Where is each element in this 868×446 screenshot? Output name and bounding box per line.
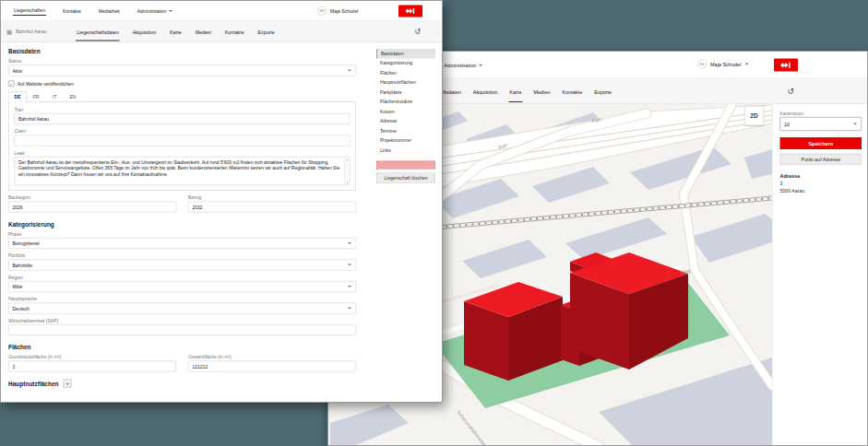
point-on-address-button[interactable]: Punkt auf Adresse: [780, 154, 862, 165]
delete-property-button[interactable]: Liegenschaft löschen: [376, 173, 435, 183]
lead-label: Lead: [15, 150, 351, 156]
chevron-down-icon: [348, 308, 351, 310]
anchor-item-links[interactable]: Links: [376, 146, 435, 156]
baubeginn-label: Baubeginn: [8, 195, 176, 201]
language-tabs: DE FR IT EN: [8, 91, 356, 102]
publish-checkbox[interactable]: ✓: [8, 81, 15, 88]
sbb-logo[interactable]: [774, 59, 798, 72]
tab-exporte[interactable]: Exporte: [593, 80, 612, 102]
chevron-down-icon: [853, 123, 857, 125]
phase-select[interactable]: Bezugsbereit: [8, 238, 356, 249]
gesamtflaeche-input[interactable]: [188, 361, 356, 372]
property-form: Basisdaten Status Aktiv ✓ Auf Website ve…: [8, 42, 356, 388]
phase-label: Phase: [8, 231, 356, 237]
anchor-item-basisdaten[interactable]: Basisdaten: [376, 49, 435, 59]
anchor-item-hauptnutzflaechen[interactable]: Hauptnutzflächen: [376, 78, 435, 88]
lang-tab-en[interactable]: EN: [64, 91, 82, 102]
lang-tab-fr[interactable]: FR: [27, 91, 45, 102]
nav-item-mediathek[interactable]: Mediathek: [98, 6, 121, 16]
delete-danger-area[interactable]: [376, 161, 435, 170]
anchor-item-kosten[interactable]: Kosten: [376, 107, 435, 117]
avatar: MS: [317, 6, 327, 16]
anchor-item-projektnummer[interactable]: Projektnummer: [376, 136, 435, 147]
history-icon[interactable]: ↺: [787, 87, 794, 97]
map-side-panel: Kartenzoom 10 Speichern Punkt auf Adress…: [772, 104, 868, 446]
bezug-input[interactable]: [188, 202, 356, 213]
address-line1: 3: [780, 181, 862, 186]
tab-kontakte[interactable]: Kontakte: [224, 22, 245, 41]
grundstuecksflaeche-input[interactable]: [8, 361, 176, 372]
tab-akquisition[interactable]: Akquisition: [472, 80, 499, 102]
desktop: Liegenschaften Kontakte Mediathek Admini…: [0, 0, 868, 446]
anchor-item-adresse[interactable]: Adresse: [376, 117, 435, 127]
scroll-down-icon: ▾: [347, 182, 349, 185]
section-title-kategorisierung: Kategorisierung: [8, 221, 356, 229]
anchor-item-termine[interactable]: Termine: [376, 126, 435, 136]
tab-karte[interactable]: Karte: [169, 22, 183, 41]
portfolio-select[interactable]: Bahnhöfe: [8, 260, 356, 271]
chevron-down-icon: [348, 264, 351, 266]
anchor-item-flaechen[interactable]: Flächen: [376, 68, 435, 78]
textarea-scrollbar[interactable]: ▴ ▾: [345, 158, 351, 185]
hauptsprache-select[interactable]: Deutsch: [8, 303, 356, 314]
lead-textarea[interactable]: Der Bahnhof Aarau ist der meistfrequenti…: [15, 157, 351, 185]
anchor-item-parkplaetze[interactable]: Parkplätze: [376, 88, 435, 98]
tab-karte[interactable]: Karte: [508, 80, 522, 102]
section-title-hauptnutzflaechen: Hauptnutzflächen: [8, 380, 59, 387]
status-select[interactable]: Aktiv: [8, 65, 356, 76]
sbb-arrows-icon: [403, 7, 418, 15]
lang-tab-de[interactable]: DE: [8, 91, 27, 102]
user-name: Maja Schudel: [330, 8, 358, 14]
section-title-basisdaten: Basisdaten: [8, 48, 356, 55]
scroll-up-icon: ▴: [347, 158, 349, 161]
tab-liegenschaftsdaten[interactable]: Liegenschaftsdaten: [76, 22, 120, 41]
user-menu[interactable]: MS Maja Schudel: [317, 6, 362, 16]
save-button[interactable]: Speichern: [780, 137, 862, 149]
tab-kontakte[interactable]: Kontakte: [562, 80, 584, 102]
add-hauptnutzflaeche-button[interactable]: +: [64, 380, 72, 388]
kartenzoom-select[interactable]: 10: [780, 117, 862, 131]
tab-medien[interactable]: Medien: [532, 80, 551, 102]
history-icon[interactable]: ↺: [414, 28, 421, 37]
nav-item-administration[interactable]: Administration: [137, 6, 173, 16]
address-title: Adresse: [780, 173, 862, 179]
nav-item-liegenschaften[interactable]: Liegenschaften: [13, 6, 46, 17]
section-title-flaechen: Flächen: [8, 344, 356, 351]
publish-checkbox-label: Auf Website veröffentlichen: [18, 81, 74, 87]
sbb-arrows-icon: [779, 61, 793, 68]
main-nav: Liegenschaften Kontakte Mediathek Admini…: [1, 1, 443, 21]
tab-medien[interactable]: Medien: [195, 22, 212, 41]
titel-label: Titel: [15, 107, 351, 112]
wirtschaftseinheit-label: Wirtschaftseinheit (SAP): [8, 318, 356, 323]
tab-exporte[interactable]: Exporte: [257, 22, 276, 41]
property-icon: ▦: [6, 29, 12, 36]
tab-akquisition[interactable]: Akquisition: [132, 22, 157, 41]
claim-input[interactable]: [15, 135, 351, 147]
kartenzoom-label: Kartenzoom: [780, 111, 862, 116]
claim-label: Claim: [15, 129, 351, 135]
user-name: Maja Schudel: [710, 62, 741, 67]
context-entity-label: Bahnhof Aarau: [16, 29, 76, 35]
chevron-down-icon: [169, 10, 172, 12]
chevron-down-icon: [348, 286, 351, 288]
grundstuecksflaeche-label: Grundstücksfläche (in m²): [8, 355, 176, 360]
anchor-nav: Basisdaten Kategorisierung Flächen Haupt…: [376, 49, 435, 388]
gesamtflaeche-label: Gesamtfläche (in m²): [188, 355, 356, 360]
user-menu[interactable]: MS Maja Schudel: [697, 60, 748, 69]
region-select[interactable]: Mitte: [8, 281, 356, 292]
address-line2: 5000 Aarau: [780, 188, 862, 194]
map-2d-toggle-button[interactable]: 2D: [744, 106, 764, 125]
anchor-item-flaechenzusaetze[interactable]: Flächenzusätze: [376, 98, 435, 108]
bezug-label: Bezug: [188, 195, 356, 201]
chevron-down-icon: [348, 242, 351, 244]
window-property-form: Liegenschaften Kontakte Mediathek Admini…: [0, 0, 443, 403]
wirtschaftseinheit-input[interactable]: [8, 324, 356, 335]
hauptsprache-label: Hauptsprache: [8, 297, 356, 302]
anchor-item-kategorisierung[interactable]: Kategorisierung: [376, 59, 435, 69]
baubeginn-input[interactable]: [8, 202, 176, 213]
nav-item-kontakte[interactable]: Kontakte: [62, 6, 82, 16]
sbb-logo[interactable]: [398, 6, 422, 18]
nav-item-administration[interactable]: Administration: [443, 60, 482, 69]
lang-tab-it[interactable]: IT: [45, 91, 64, 102]
titel-input[interactable]: [15, 113, 351, 124]
